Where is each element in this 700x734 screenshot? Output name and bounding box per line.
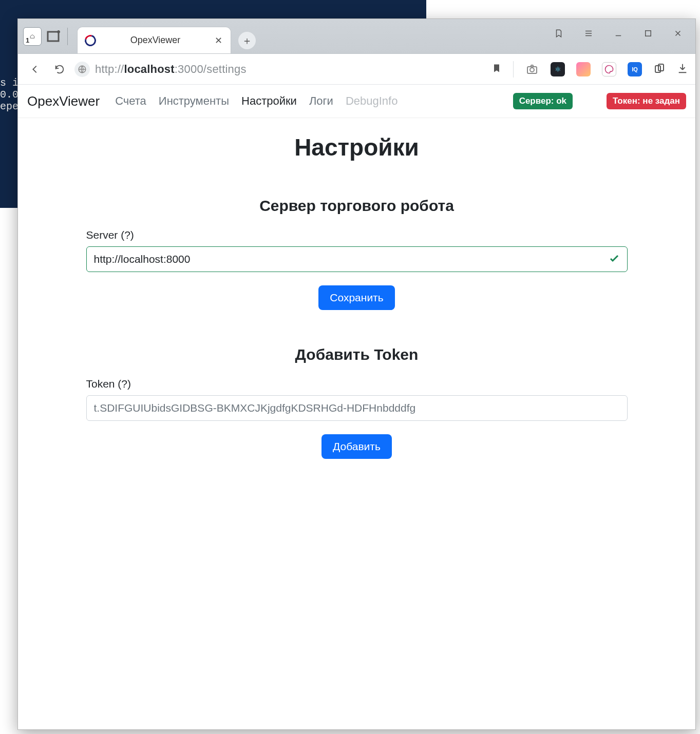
- url-scheme: http://: [95, 63, 124, 76]
- new-window-icon[interactable]: [45, 27, 63, 46]
- token-status-badge: Токен: не задан: [607, 93, 686, 109]
- svg-rect-0: [48, 32, 59, 41]
- bookmark-sync-icon[interactable]: [552, 26, 566, 41]
- bookmark-icon[interactable]: [491, 63, 502, 75]
- browser-titlebar: OpexViewer ✕ ＋: [18, 19, 695, 54]
- server-section-title: Сервер торгового робота: [86, 197, 628, 215]
- nav-debuginfo: DebugInfo: [346, 94, 398, 108]
- menu-icon[interactable]: [581, 26, 596, 41]
- browser-tab[interactable]: OpexViewer ✕: [77, 27, 231, 53]
- divider: [67, 28, 68, 45]
- site-info-icon[interactable]: [74, 62, 90, 77]
- extensions-icon[interactable]: [653, 62, 666, 76]
- server-status-badge: Сервер: ok: [513, 93, 573, 109]
- downloads-icon[interactable]: [677, 63, 688, 76]
- opera-favicon-icon: [83, 32, 98, 48]
- server-url-input[interactable]: [86, 246, 628, 272]
- token-input-label: Token (?): [86, 378, 628, 390]
- nav-logs[interactable]: Логи: [309, 94, 333, 108]
- token-input[interactable]: [86, 395, 628, 421]
- back-button[interactable]: [25, 60, 45, 79]
- nav-instruments[interactable]: Инструменты: [159, 94, 229, 108]
- page-content: OpexViewer Счета Инструменты Настройки Л…: [18, 85, 695, 729]
- app-brand[interactable]: OpexViewer: [27, 93, 100, 109]
- react-devtools-ext-icon[interactable]: ⚛: [551, 62, 565, 76]
- minimize-icon[interactable]: [611, 26, 626, 41]
- browser-window: OpexViewer ✕ ＋: [17, 18, 696, 730]
- tab-title: OpexViewer: [103, 35, 207, 46]
- divider: [513, 61, 514, 78]
- app-navbar: OpexViewer Счета Инструменты Настройки Л…: [18, 85, 695, 118]
- gradient-ext-icon[interactable]: [576, 62, 591, 76]
- save-server-button[interactable]: Сохранить: [318, 285, 394, 310]
- url-display[interactable]: http://localhost:3000/settings: [95, 63, 486, 76]
- maximize-icon[interactable]: [641, 26, 655, 41]
- address-bar: http://localhost:3000/settings ⚛ IQ: [18, 54, 695, 85]
- nav-settings[interactable]: Настройки: [241, 94, 297, 108]
- svg-rect-1: [646, 31, 651, 36]
- server-input-label: Server (?): [86, 229, 628, 241]
- palette-ext-icon[interactable]: [602, 62, 616, 76]
- screenshot-ext-icon[interactable]: [525, 62, 539, 76]
- workspace-icon[interactable]: [23, 27, 42, 46]
- nav-accounts[interactable]: Счета: [115, 94, 146, 108]
- svg-point-4: [530, 68, 534, 72]
- url-path: :3000/settings: [175, 63, 247, 76]
- close-window-icon[interactable]: [671, 26, 685, 41]
- add-token-button[interactable]: Добавить: [321, 434, 392, 459]
- iq-ext-icon[interactable]: IQ: [628, 62, 642, 76]
- token-section-title: Добавить Token: [86, 346, 628, 363]
- reload-button[interactable]: [50, 60, 69, 79]
- url-host: localhost: [124, 63, 174, 76]
- valid-check-icon: [608, 252, 620, 266]
- page-title: Настройки: [86, 133, 628, 161]
- new-tab-button[interactable]: ＋: [238, 32, 256, 49]
- close-tab-icon[interactable]: ✕: [215, 36, 222, 45]
